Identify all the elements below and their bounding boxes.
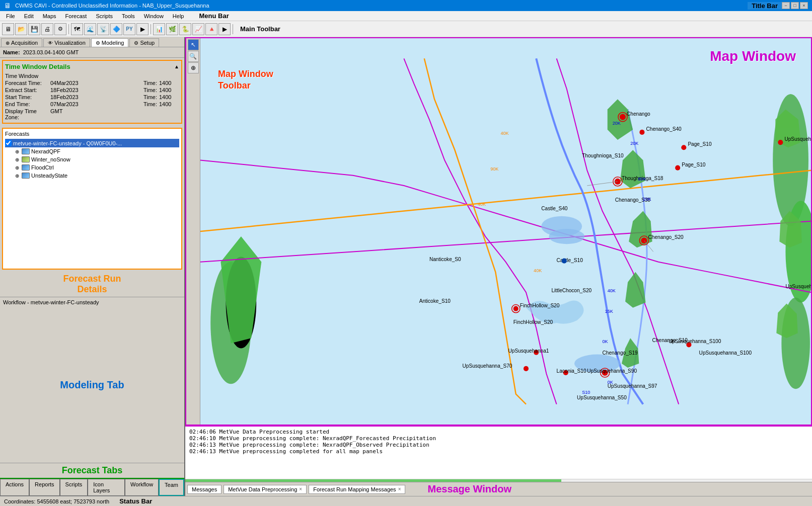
forecast-item-main[interactable]: metvue-winter-FC-unsteady - Q0W0F0U0-... [5, 139, 179, 147]
tab-icon-layers[interactable]: Icon Layers [88, 479, 125, 496]
winter-icon [22, 156, 30, 162]
forecast-label-unsteady: UnsteadyState [31, 173, 67, 179]
msg-tab-mapping-close[interactable]: × [398, 486, 401, 492]
svg-text:UpSusquehanna_S50: UpSusquehanna_S50 [577, 395, 627, 400]
time-window: Time Window Details ▲ Time Window Foreca… [2, 60, 182, 124]
menu-maps[interactable]: Maps [39, 12, 60, 20]
map-window-annotation: Map Window [710, 48, 796, 64]
svg-point-25 [675, 165, 680, 171]
expand-unsteady[interactable]: ⊕ [15, 173, 19, 179]
sep2 [151, 24, 151, 34]
tab-acquisition[interactable]: ⊕ Acquisition [1, 38, 42, 47]
forecast-label-winter: Winter_noSnow [31, 156, 70, 162]
expand-nexrad[interactable]: ⊕ [15, 149, 19, 154]
svg-text:Nanticoke_S0: Nanticoke_S0 [429, 257, 461, 262]
tb-map1[interactable]: 🗺 [71, 23, 83, 35]
svg-text:FinchHollow_S20: FinchHollow_S20 [520, 303, 560, 308]
tb-stats[interactable]: 📈 [192, 23, 204, 35]
tb-forecast[interactable]: 🌿 [166, 23, 178, 35]
coordinates-text: Coordinates: 5455608 east; 7523793 north [4, 498, 109, 504]
tb-print[interactable]: 🖨 [41, 23, 53, 35]
svg-text:80K: 80K [638, 177, 646, 182]
map-tool-zoom[interactable]: 🔍 [188, 51, 199, 62]
msg-tab-mapping[interactable]: Forecast Run Mapping Messages × [309, 485, 405, 494]
tb-save[interactable]: 💾 [28, 23, 40, 35]
tb-py[interactable]: PY [123, 23, 135, 35]
main-toolbar: 🖥 📂 💾 🖨 ⚙ 🗺 🌊 📡 🔷 PY ▶ 📊 🌿 🐍 📈 🔺 ▶ Main … [0, 21, 812, 37]
tb-snake[interactable]: 🐍 [179, 23, 191, 35]
forecast-item-winter[interactable]: ⊕ Winter_noSnow [5, 155, 179, 163]
svg-text:40K: 40K [534, 268, 542, 273]
svg-text:40K: 40K [500, 131, 508, 136]
tab-team[interactable]: Team [159, 479, 184, 496]
right-area: Modeling - 2023.03.04-1400 GMT - metvue-… [185, 37, 812, 496]
tb-new[interactable]: 🖥 [2, 23, 14, 35]
menu-edit[interactable]: Edit [20, 12, 38, 20]
tab-actions[interactable]: Actions [0, 479, 29, 496]
menu-scripts[interactable]: Scripts [92, 12, 117, 20]
svg-point-18 [620, 114, 626, 120]
menu-help[interactable]: Help [169, 12, 188, 20]
tb-layers[interactable]: 🔷 [110, 23, 122, 35]
tab-reports[interactable]: Reports [29, 479, 60, 496]
map-content: Chenango Chenango_S40 Page_S10 Page_S10 … [200, 38, 811, 425]
tab-scripts[interactable]: Scripts [60, 479, 88, 496]
menu-bar: File Edit Maps Forecast Scripts Tools Wi… [0, 11, 812, 21]
tb-open[interactable]: 📂 [15, 23, 27, 35]
map-tool-select[interactable]: ↖ [188, 39, 199, 50]
menu-file[interactable]: File [2, 12, 19, 20]
message-window: 02:46:06 MetVue Data Preprocessing start… [185, 426, 812, 496]
tb-radar[interactable]: 📡 [97, 23, 109, 35]
svg-text:Chenango_S40: Chenango_S40 [646, 126, 682, 132]
svg-text:Chenango: Chenango [627, 111, 650, 117]
tab-setup[interactable]: ⚙ Setup [129, 38, 159, 47]
tb-play2[interactable]: ▶ [218, 23, 231, 35]
forecast-label-nexrad: NexradQPF [31, 148, 60, 154]
expand-winter[interactable]: ⊕ [15, 157, 19, 162]
svg-text:UpSusquehanna_S1: UpSusquehanna_S1 [785, 284, 811, 289]
menu-window[interactable]: Window [140, 12, 168, 20]
map-tool-crosshair[interactable]: ⊕ [188, 62, 199, 73]
forecast-run-annotation: Forecast RunDetails [0, 272, 184, 297]
forecast-checkbox-main[interactable] [5, 140, 12, 146]
svg-text:Thoughnioga_S10: Thoughnioga_S10 [582, 153, 624, 158]
msg-tab-preprocessing-label: MetVue Data Preprocessing [228, 486, 297, 492]
svg-text:90K: 90K [490, 166, 498, 172]
map-svg: Chenango Chenango_S40 Page_S10 Page_S10 … [200, 38, 811, 425]
svg-point-27 [778, 140, 783, 145]
tb-triangle[interactable]: 🔺 [205, 23, 217, 35]
menu-tools[interactable]: Tools [118, 12, 139, 20]
tb-run[interactable]: ▶ [136, 23, 149, 35]
acquisition-icon: ⊕ [6, 40, 10, 46]
svg-text:Castle_S40: Castle_S40 [541, 206, 568, 211]
tab-modeling[interactable]: ⚙ Modeling [91, 38, 129, 47]
msg-line-2: 02:46:10 MetVue preprocessing complete: … [189, 435, 808, 442]
tab-workflow[interactable]: Workflow [125, 479, 159, 496]
tb-settings[interactable]: ⚙ [54, 23, 66, 35]
tb-chart[interactable]: 📊 [153, 23, 165, 35]
menu-forecast[interactable]: Forecast [61, 12, 91, 20]
forecast-item-nexrad[interactable]: ⊕ NexradQPF [5, 147, 179, 155]
tb-map2[interactable]: 🌊 [84, 23, 96, 35]
msg-tab-preprocessing[interactable]: MetVue Data Preprocessing × [224, 485, 307, 494]
bottom-tabs: Actions Reports Scripts Icon Layers Work… [0, 478, 184, 496]
tw-row-timezone: Display Time Zone: GMT [5, 108, 179, 121]
forecast-item-unsteady[interactable]: ⊕ UnsteadyState [5, 172, 179, 180]
title-bar-label-annotation: Title Bar [748, 2, 782, 10]
svg-text:40K: 40K [608, 288, 616, 293]
tab-visualization[interactable]: 👁 Visualization [43, 38, 90, 47]
unsteady-icon [22, 173, 30, 179]
close-btn[interactable]: × [800, 2, 808, 9]
expand-flood[interactable]: ⊕ [15, 165, 19, 171]
forecast-label-flood: FloodCtrl [31, 164, 54, 171]
collapse-btn[interactable]: ▲ [174, 64, 179, 69]
msg-line-3: 02:46:13 MetVue preprocessing complete: … [189, 442, 808, 448]
title-text: CWMS CAVI - Controlled Unclassified Info… [15, 3, 748, 9]
msg-tab-preprocessing-close[interactable]: × [299, 486, 302, 492]
svg-text:LittleChocon_S20: LittleChocon_S20 [551, 288, 592, 293]
minimize-btn[interactable]: − [782, 2, 790, 9]
maximize-btn[interactable]: □ [791, 2, 799, 9]
msg-tab-messages[interactable]: Messages [187, 485, 222, 494]
forecast-item-flood[interactable]: ⊕ FloodCtrl [5, 163, 179, 172]
sep3 [233, 24, 233, 34]
